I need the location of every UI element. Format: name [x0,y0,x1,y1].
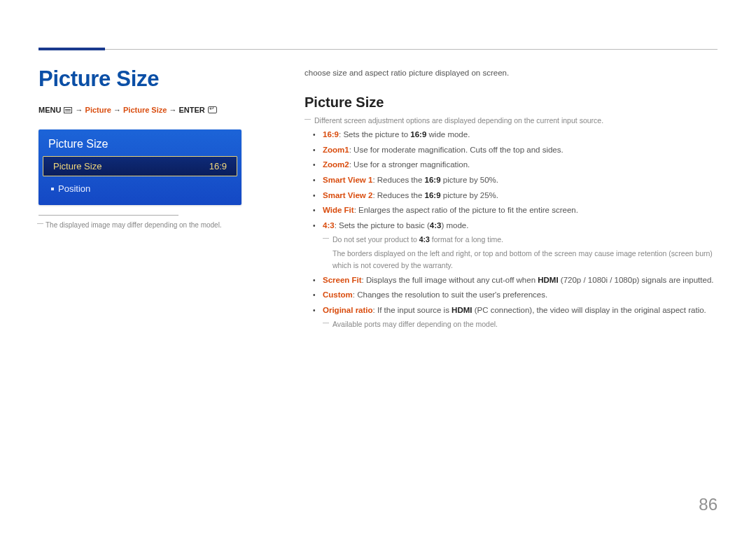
body: : Sets the picture to [339,130,410,139]
term: Zoom1 [323,146,349,154]
list-item: 16:9: Sets the picture to 16:9 wide mode… [313,128,718,142]
body: : Use for a stronger magnification. [349,160,470,169]
list-item: Custom: Changes the resolution to suit t… [313,288,718,302]
osd-row-label: Picture Size [53,161,102,171]
list-item: 4:3: Sets the picture to basic (4:3) mod… [313,219,718,233]
body: : Enlarges the aspect ratio of the pictu… [354,206,578,214]
list-item: Smart View 2: Reduces the 16:9 picture b… [313,189,718,203]
section-note: Different screen adjustment options are … [304,115,718,127]
term: Screen Fit [323,276,362,284]
page-number: 86 [699,495,718,514]
warning-43-body: The borders displayed on the left and ri… [332,248,718,272]
breadcrumb-menu: MENU [38,106,61,114]
breadcrumb-enter: ENTER [178,106,204,114]
body: : Changes the resolution to suit the use… [353,290,547,299]
term: 16:9 [410,130,426,139]
body: : If the input source is [373,306,452,314]
header-rule [38,49,718,50]
osd-title: Picture Size [38,136,241,156]
term: Zoom2 [323,160,349,169]
section-title: Picture Size [304,94,718,111]
term: HDMI [538,276,558,284]
breadcrumb-arrow: → [113,106,121,114]
dot-icon [51,188,54,190]
body: : Use for moderate magnification. Cuts o… [349,146,564,154]
term: 4:3 [419,235,430,244]
breadcrumb-picture-size: Picture Size [123,106,167,114]
term: 16:9 [425,176,441,184]
list-item: Screen Fit: Displays the full image with… [313,274,718,288]
page-title: Picture Size [38,66,276,92]
list-item: Smart View 1: Reduces the 16:9 picture b… [313,174,718,188]
body: picture by 50%. [441,176,498,184]
term: 16:9 [425,191,441,199]
body: picture by 25%. [441,191,498,199]
options-list: 16:9: Sets the picture to 16:9 wide mode… [313,128,718,232]
term: Wide Fit [323,206,354,214]
osd-sub-label: Position [58,183,90,194]
body: ) mode. [441,221,468,230]
term: Smart View 2 [323,191,372,199]
term: HDMI [451,306,472,314]
term: Original ratio [323,306,373,314]
options-list-2: Screen Fit: Displays the full image with… [313,274,718,318]
menu-icon [64,107,72,113]
breadcrumb: MENU → Picture → Picture Size → ENTER [38,106,276,114]
body: (PC connection), the video will display … [472,306,706,314]
term: Smart View 1 [323,176,372,184]
osd-row-value: 16:9 [209,161,227,171]
body: : Displays the full image without any cu… [362,276,538,284]
header-marker [38,48,105,50]
breadcrumb-arrow: → [76,106,83,114]
warning-43-note: Do not set your product to 4:3 format fo… [323,234,718,246]
ports-note: Available ports may differ depending on … [323,318,718,330]
list-item: Original ratio: If the input source is H… [313,304,718,318]
breadcrumb-picture: Picture [85,106,111,114]
list-item: Zoom2: Use for a stronger magnification. [313,158,718,172]
list-item: Wide Fit: Enlarges the aspect ratio of t… [313,204,718,218]
body: : Reduces the [372,191,424,199]
osd-panel: Picture Size Picture Size 16:9 Position [38,129,241,205]
term: Custom [323,290,353,299]
term: 4:3 [430,221,442,230]
body: wide mode. [426,130,470,139]
footnote-text: The displayed image may differ depending… [38,220,276,230]
osd-row-position[interactable]: Position [38,176,241,198]
enter-icon [208,106,217,113]
body: (720p / 1080i / 1080p) signals are input… [559,276,714,284]
osd-row-picture-size[interactable]: Picture Size 16:9 [43,156,237,176]
term: 4:3 [323,221,335,230]
body: : Reduces the [372,176,424,184]
term: 16:9 [323,130,339,139]
list-item: Zoom1: Use for moderate magnification. C… [313,143,718,157]
breadcrumb-arrow: → [169,106,176,114]
intro-text: choose size and aspect ratio picture dis… [304,66,718,80]
body: : Sets the picture to basic ( [335,221,430,230]
footnote-separator [38,215,178,216]
